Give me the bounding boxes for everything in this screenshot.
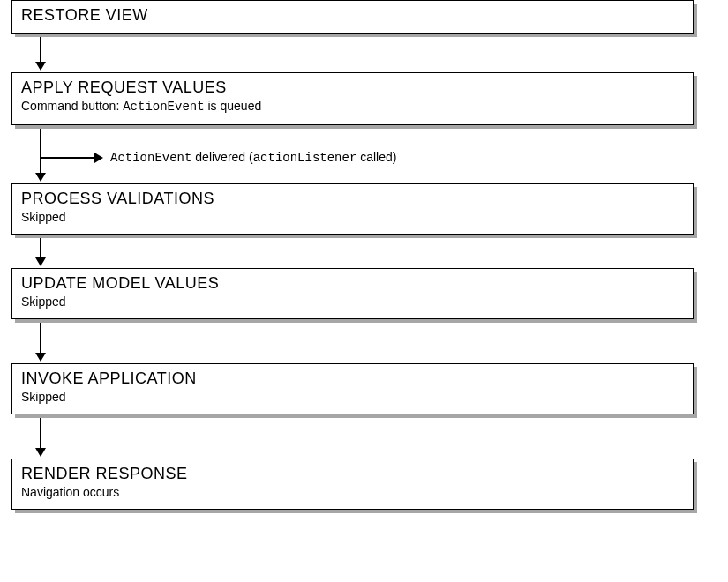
- phase-restore-view: RESTORE VIEW: [11, 0, 694, 34]
- phase-title: INVOKE APPLICATION: [21, 369, 684, 388]
- phase-title: RESTORE VIEW: [21, 6, 684, 25]
- code-text: ActionEvent: [123, 100, 204, 114]
- phase-title: PROCESS VALIDATIONS: [21, 190, 684, 208]
- text: Command button:: [21, 99, 123, 113]
- phase-apply-request-values: APPLY REQUEST VALUES Command button: Act…: [11, 72, 694, 125]
- text: delivered (: [191, 150, 252, 164]
- phase-title: RENDER RESPONSE: [21, 465, 684, 483]
- phase-update-model-values: UPDATE MODEL VALUES Skipped: [11, 268, 694, 319]
- code-text: actionListener: [253, 151, 357, 165]
- branch-arrow: ActionEvent delivered (actionListener ca…: [41, 150, 396, 165]
- code-text: ActionEvent: [110, 151, 191, 165]
- phase-subtext: Navigation occurs: [21, 485, 684, 499]
- phase-process-validations: PROCESS VALIDATIONS Skipped: [11, 183, 694, 235]
- phase-subtext: Skipped: [21, 390, 684, 404]
- phase-subtext: Skipped: [21, 295, 684, 309]
- phase-invoke-application: INVOKE APPLICATION Skipped: [11, 363, 694, 414]
- text: is queued: [205, 99, 262, 113]
- phase-render-response: RENDER RESPONSE Navigation occurs: [11, 459, 694, 510]
- text: called): [356, 150, 396, 164]
- phase-title: APPLY REQUEST VALUES: [21, 78, 684, 97]
- branch-label: ActionEvent delivered (actionListener ca…: [110, 150, 396, 165]
- phase-title: UPDATE MODEL VALUES: [21, 274, 684, 293]
- arrow-right-icon: [94, 153, 103, 163]
- phase-subtext: Command button: ActionEvent is queued: [21, 99, 684, 114]
- phase-subtext: Skipped: [21, 210, 684, 224]
